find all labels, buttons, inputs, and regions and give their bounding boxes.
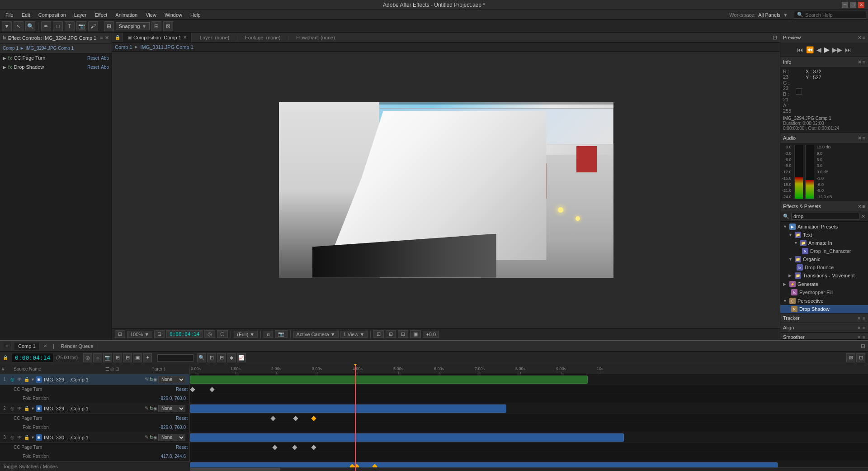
drop-bounce-item[interactable]: fx Drop Bounce [786,263,868,271]
viewer-zoom[interactable]: 100% ▼ [127,331,152,338]
timeline-current-time[interactable]: 0:00:04:14 [12,353,53,362]
keyframe-1b[interactable] [209,387,214,392]
timeline-maximize-icon[interactable]: ⊡ [861,343,865,349]
audio-header[interactable]: Audio ✕ ≡ [780,133,868,143]
transitions-header[interactable]: ▶ 📁 Transitions - Movement [786,271,868,280]
tl-camera-btn[interactable]: 📷 [103,353,112,362]
layer1-name[interactable]: IMG_329_...Comp 1 [42,377,145,382]
layer2-fx-icon[interactable]: fx [150,406,153,411]
prev-first-btn[interactable]: ⏮ [797,46,803,53]
info-header[interactable]: Info ✕ ≡ [780,57,868,67]
viewer-view-count[interactable]: 1 View ▼ [340,331,368,338]
menu-animation[interactable]: Animation [112,11,141,19]
tool-brush[interactable]: 🖌 [88,21,98,31]
layer3-solo-icon[interactable]: ◎ [9,434,15,441]
tool-snap[interactable]: ⊞ [104,21,114,31]
keyframe-3b[interactable] [292,445,297,450]
align-close-icon[interactable]: ✕ [857,325,861,330]
tool-zoom[interactable]: 🔍 [25,21,35,31]
menu-effect[interactable]: Effect [91,11,111,19]
layer1-parent-select[interactable]: None [158,376,185,383]
keyframe-3c[interactable] [311,445,316,450]
generate-header[interactable]: ▶ ⚡ Generate [780,280,868,288]
layer2-lock-icon[interactable]: 🔓 [24,405,30,412]
cc-page-turn-sub-reset[interactable]: Reset [176,387,188,392]
menu-help[interactable]: Help [187,11,204,19]
info-menu-icon[interactable]: ≡ [863,59,865,65]
layer3-edit-icon[interactable]: ✎ [145,434,149,440]
tl-marker-btn[interactable]: ◆ [227,353,236,362]
layer2-parent-select[interactable]: None [158,405,185,412]
layer2-solo-icon[interactable]: ◎ [9,405,15,412]
layer2-name[interactable]: IMG_329_...Comp 1 [42,406,145,411]
timeline-tab-close[interactable]: ✕ [43,343,47,348]
menu-file[interactable]: File [2,11,17,19]
viewer-active-camera[interactable]: Active Camera ▼ [293,331,339,338]
effects-header[interactable]: Effects & Presets ✕ ≡ [780,201,868,211]
tl-extra2-btn[interactable]: ⊡ [856,353,865,362]
panel-menu-icon[interactable]: ≡ [100,35,103,41]
organic-header[interactable]: ▼ 📁 Organic [786,255,868,263]
align-header[interactable]: Align ✕ ≡ [780,323,868,332]
info-close-icon[interactable]: ✕ [858,59,862,65]
layer1-edit-icon[interactable]: ✎ [145,376,149,382]
maximize-viewer-icon[interactable]: ⊡ [773,34,777,41]
text-header[interactable]: ▼ 📁 Text [786,231,868,239]
tl-guide-btn[interactable]: ▣ [133,353,142,362]
prev-back-btn[interactable]: ⏪ [806,46,814,53]
viewer-alpha-btn[interactable]: α [264,331,273,338]
cc-page-turn-reset[interactable]: Reset [87,56,99,61]
smoother-menu-icon[interactable]: ≡ [863,335,865,340]
cc-page-turn-sub2-reset[interactable]: Reset [176,416,188,421]
menu-composition[interactable]: Composition [35,11,70,19]
timeline-search-input[interactable] [157,354,193,362]
audio-close-icon[interactable]: ✕ [858,135,862,141]
tool-align-snap[interactable]: ⊟ [151,21,161,31]
viewer-color-btn[interactable]: ⬡ [217,330,228,338]
timeline-tab-comp1[interactable]: Comp 1 [14,343,40,350]
fold-pos-value[interactable]: -926.0, 760.0 [159,396,186,401]
tl-switch-btn[interactable]: ⊡ [207,353,216,362]
viewer-render-btn[interactable]: ◎ [204,330,215,338]
drop-shadow-reset[interactable]: Reset [87,65,99,70]
tl-light-btn[interactable]: ✦ [143,353,152,362]
viewer-snap-btn[interactable]: ⊞ [115,330,125,338]
tl-extra1-btn[interactable]: ⊠ [846,353,855,362]
tool-text[interactable]: T [65,21,75,31]
smoother-header[interactable]: Smoother ✕ ≡ [780,333,868,340]
snapping-label[interactable]: Snapping ▼ [116,22,150,30]
prev-frame-back-btn[interactable]: ◀ [816,46,821,53]
switches-modes-label[interactable]: Toggle Switches / Modes [3,464,58,469]
expand-icon[interactable]: ▶ [3,56,6,61]
viewer-time[interactable]: 0:00:04:14 [166,330,203,338]
breadcrumb-comp[interactable]: Comp 1 [115,44,132,50]
tracker-menu-icon[interactable]: ≡ [863,316,865,321]
cc-page-turn-abo[interactable]: Abo [101,56,109,61]
effects-close-icon[interactable]: ✕ [858,204,862,209]
track-row-1[interactable] [190,374,868,385]
drop-shadow-item[interactable]: fx Drop Shadow [780,305,868,313]
keyframe-2c[interactable] [311,416,316,421]
prev-last-btn[interactable]: ⏭ [845,46,851,53]
prev-forward-btn[interactable]: ▶▶ [832,46,842,53]
layer1-lock-icon[interactable]: 🔓 [24,376,30,383]
tool-rect[interactable]: □ [53,21,63,31]
layer3-parent-select[interactable]: None [158,434,185,441]
tl-search-btn[interactable]: 🔍 [197,353,206,362]
keyframe-3a[interactable] [272,445,277,450]
viewer-grid-overlay[interactable]: ⊞ [386,330,396,338]
eyedropper-fill-item[interactable]: fx Eyedropper Fill [780,288,868,296]
fold-pos3-value[interactable]: 417.8, 244.6 [160,454,186,459]
cc-page-turn-sub3-reset[interactable]: Reset [176,445,188,450]
search-help-input[interactable] [805,12,868,18]
keyframe-1a[interactable] [190,387,195,392]
tool-arrow[interactable]: ↖ [14,21,24,31]
fold-pos2-value[interactable]: -926.0, 760.0 [159,425,186,430]
workspace-dropdown[interactable]: ▼ [783,12,788,18]
preview-close-icon[interactable]: ✕ [858,35,862,41]
animate-in-header[interactable]: ▼ 📁 Animate In [791,239,868,247]
animation-presets-header[interactable]: ▼ ▶ Animation Presets [780,223,868,231]
layer1-fx-icon[interactable]: fx [150,377,153,382]
tl-solo-btn[interactable]: ◎ [83,353,92,362]
layer1-expand-icon[interactable]: ▼ [31,377,35,382]
